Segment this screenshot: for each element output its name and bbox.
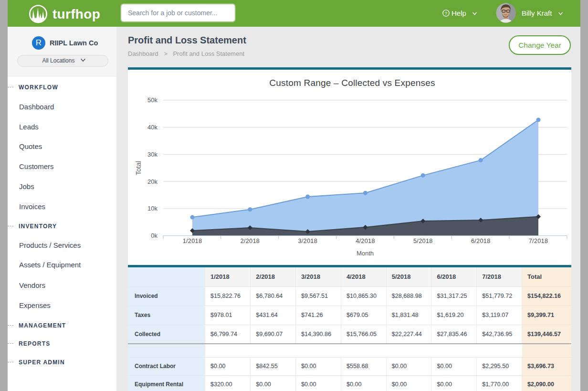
svg-text:2/2018: 2/2018 xyxy=(240,238,260,244)
svg-text:40k: 40k xyxy=(147,124,158,131)
svg-text:5/2018: 5/2018 xyxy=(413,238,433,244)
svg-text:10k: 10k xyxy=(147,205,158,212)
svg-text:?: ? xyxy=(445,11,447,16)
svg-text:Custom Range – Collected vs Ex: Custom Range – Collected vs Expenses xyxy=(269,78,435,88)
svg-text:Total: Total xyxy=(135,161,142,175)
svg-text:0k: 0k xyxy=(151,232,158,239)
svg-text:1/2018: 1/2018 xyxy=(183,238,202,244)
svg-text:50k: 50k xyxy=(147,96,158,104)
svg-text:3/2018: 3/2018 xyxy=(298,238,317,244)
svg-text:20k: 20k xyxy=(147,178,158,185)
svg-text:7/2018: 7/2018 xyxy=(529,238,548,244)
svg-text:4/2018: 4/2018 xyxy=(356,238,375,244)
svg-text:Month: Month xyxy=(357,250,374,257)
svg-text:30k: 30k xyxy=(147,151,158,158)
svg-text:6/2018: 6/2018 xyxy=(471,238,491,244)
